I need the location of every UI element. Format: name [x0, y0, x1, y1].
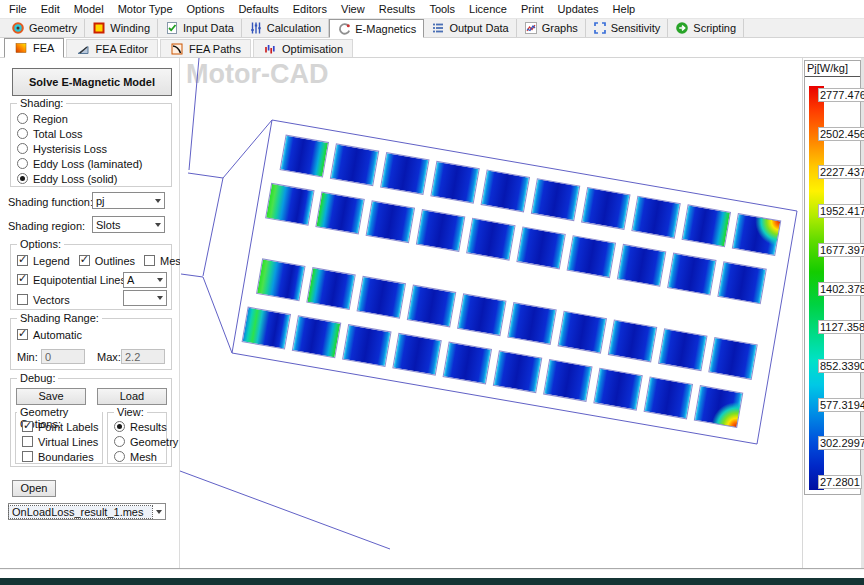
- option-outlines[interactable]: Outlines: [79, 254, 135, 267]
- legend-tick: 577.3194: [818, 398, 864, 412]
- menu-model[interactable]: Model: [67, 1, 111, 17]
- tab-scripting[interactable]: Scripting: [668, 19, 744, 37]
- options-group-title: Options:: [17, 238, 64, 250]
- view-group-title: View:: [114, 406, 147, 418]
- radio: [114, 436, 125, 447]
- menu-help[interactable]: Help: [606, 1, 643, 17]
- menu-edit[interactable]: Edit: [34, 1, 67, 17]
- menu-print[interactable]: Print: [514, 1, 551, 17]
- subtab-optimisation[interactable]: Optimisation: [253, 39, 353, 57]
- geometry-options-group: Geometry Options: Point LabelsVirtual Li…: [15, 412, 103, 464]
- radio-label: Geometry: [130, 436, 178, 448]
- shading-region-value: Slots: [93, 219, 151, 231]
- menu-options[interactable]: Options: [180, 1, 232, 17]
- equipotential-lines-label: Equipotential Lines: [33, 274, 126, 286]
- input-data-icon: [165, 21, 179, 35]
- max-label: Max:: [97, 351, 121, 363]
- shading-function-value: pj: [93, 195, 151, 207]
- automatic-checkbox[interactable]: Automatic: [17, 328, 171, 341]
- menu-licence[interactable]: Licence: [462, 1, 514, 17]
- shading-option-eddy-loss-solid-[interactable]: Eddy Loss (solid): [17, 172, 171, 185]
- slot: [531, 178, 581, 221]
- fea-editor-icon: [76, 42, 90, 56]
- tab-e-magnetics[interactable]: E-Magnetics: [329, 19, 424, 38]
- option-legend[interactable]: Legend: [17, 254, 70, 267]
- tab-label: E-Magnetics: [355, 23, 416, 35]
- slot: [256, 258, 306, 301]
- slot: [306, 267, 356, 310]
- min-input[interactable]: 0: [41, 349, 85, 364]
- radio-label: Total Loss: [33, 128, 83, 140]
- radio: [114, 421, 125, 432]
- tab-label: Scripting: [693, 22, 736, 34]
- radio: [17, 128, 28, 139]
- subtab-fea[interactable]: FEA: [4, 38, 64, 58]
- slot: [617, 244, 667, 287]
- debug-group: Debug: Save Load Geometry Options: Point…: [10, 378, 172, 467]
- shading-option-total-loss[interactable]: Total Loss: [17, 127, 171, 140]
- shading-region-select[interactable]: Slots: [92, 216, 165, 233]
- shading-option-eddy-loss-laminated-[interactable]: Eddy Loss (laminated): [17, 157, 171, 170]
- geometry-option-virtual-lines[interactable]: Virtual Lines: [22, 435, 102, 448]
- slot: [380, 152, 430, 195]
- checkbox-label: Point Labels: [38, 421, 99, 433]
- chevron-down-icon: [153, 296, 166, 300]
- color-legend: Pj[W/kg] 2777.4762502.4562227.4371952.41…: [804, 60, 861, 495]
- shading-option-region[interactable]: Region: [17, 112, 171, 125]
- menu-motor-type[interactable]: Motor Type: [111, 1, 180, 17]
- geometry-option-boundaries[interactable]: Boundaries: [22, 450, 102, 463]
- legend-tick: 1677.397: [818, 243, 864, 257]
- load-button[interactable]: Load: [97, 388, 167, 405]
- chevron-down-icon: [153, 278, 166, 282]
- status-bar: [0, 568, 864, 578]
- chevron-down-icon: [151, 199, 164, 203]
- slot: [466, 218, 516, 261]
- max-input[interactable]: 2.2: [121, 349, 165, 364]
- checkbox: [17, 294, 28, 305]
- menu-defaults[interactable]: Defaults: [231, 1, 285, 17]
- tab-label: Calculation: [267, 22, 321, 34]
- e-magnetics-icon: [337, 22, 351, 36]
- shading-range-title: Shading Range:: [17, 312, 102, 324]
- tab-calculation[interactable]: Calculation: [242, 19, 329, 37]
- slot: [507, 302, 557, 345]
- tab-graphs[interactable]: Graphs: [517, 19, 586, 37]
- menu-view[interactable]: View: [334, 1, 372, 17]
- result-file-select[interactable]: OnLoadLoss_result_1.mes: [8, 503, 166, 520]
- menu-updates[interactable]: Updates: [551, 1, 606, 17]
- view-option-mesh[interactable]: Mesh: [114, 450, 166, 463]
- slot: [430, 161, 480, 204]
- view-option-results[interactable]: Results: [114, 420, 166, 433]
- tab-input-data[interactable]: Input Data: [158, 19, 242, 37]
- subtab-label: FEA Editor: [95, 43, 148, 55]
- shading-option-hysterisis-loss[interactable]: Hysterisis Loss: [17, 142, 171, 155]
- slot: [280, 135, 330, 178]
- tab-geometry[interactable]: Geometry: [4, 19, 85, 37]
- radio: [17, 143, 28, 154]
- slot: [631, 196, 681, 239]
- subtab-fea-paths[interactable]: FEA Paths: [160, 39, 251, 57]
- open-button[interactable]: Open: [12, 480, 56, 497]
- tab-sensitivity[interactable]: Sensitivity: [586, 19, 669, 37]
- geometry-option-point-labels[interactable]: Point Labels: [22, 420, 102, 433]
- save-button[interactable]: Save: [16, 388, 86, 405]
- tab-output-data[interactable]: Output Data: [424, 19, 516, 37]
- subtab-fea-editor[interactable]: FEA Editor: [66, 39, 158, 57]
- slot: [407, 285, 457, 328]
- shading-function-select[interactable]: pj: [92, 192, 165, 209]
- menu-file[interactable]: File: [2, 1, 34, 17]
- radio: [17, 173, 28, 184]
- menu-tools[interactable]: Tools: [422, 1, 462, 17]
- solve-emagnetic-model-button[interactable]: Solve E-Magnetic Model: [12, 68, 172, 96]
- menu-editors[interactable]: Editors: [286, 1, 334, 17]
- fea-plot-canvas[interactable]: Motor-CAD: [180, 58, 802, 568]
- tab-label: Sensitivity: [611, 22, 661, 34]
- vectors-select[interactable]: [123, 290, 167, 306]
- radio-label: Mesh: [130, 451, 157, 463]
- equipotential-select[interactable]: A: [123, 272, 167, 288]
- menu-results[interactable]: Results: [372, 1, 423, 17]
- result-file-value: OnLoadLoss_result_1.mes: [9, 506, 152, 518]
- legend-tick: 2502.456: [818, 127, 864, 141]
- view-option-geometry[interactable]: Geometry: [114, 435, 166, 448]
- tab-winding[interactable]: Winding: [85, 19, 158, 37]
